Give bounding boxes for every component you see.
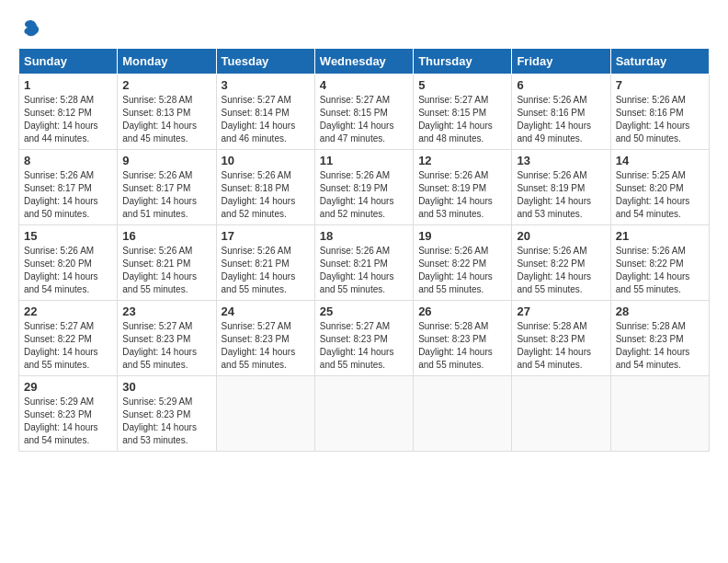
- calendar-day-cell: 3Sunrise: 5:27 AM Sunset: 8:14 PM Daylig…: [216, 75, 314, 150]
- day-info: Sunrise: 5:26 AM Sunset: 8:18 PM Dayligh…: [222, 169, 310, 221]
- calendar-day-cell: 19Sunrise: 5:26 AM Sunset: 8:22 PM Dayli…: [414, 225, 512, 301]
- calendar-week-row: 22Sunrise: 5:27 AM Sunset: 8:22 PM Dayli…: [19, 301, 710, 376]
- calendar-day-cell: 8Sunrise: 5:26 AM Sunset: 8:17 PM Daylig…: [19, 150, 118, 225]
- day-number: 7: [616, 78, 704, 92]
- calendar-day-cell: 9Sunrise: 5:26 AM Sunset: 8:17 PM Daylig…: [118, 150, 216, 225]
- day-info: Sunrise: 5:28 AM Sunset: 8:23 PM Dayligh…: [517, 320, 605, 372]
- logo-icon: [20, 18, 40, 39]
- day-number: 21: [616, 229, 704, 243]
- day-info: Sunrise: 5:27 AM Sunset: 8:15 PM Dayligh…: [320, 94, 408, 145]
- day-number: 20: [517, 229, 605, 243]
- day-number: 27: [517, 304, 605, 318]
- day-info: Sunrise: 5:26 AM Sunset: 8:16 PM Dayligh…: [616, 94, 704, 145]
- calendar-day-cell: 21Sunrise: 5:26 AM Sunset: 8:22 PM Dayli…: [610, 225, 709, 301]
- day-number: 6: [517, 78, 605, 92]
- day-number: 28: [616, 304, 704, 318]
- calendar-day-cell: 12Sunrise: 5:26 AM Sunset: 8:19 PM Dayli…: [414, 150, 512, 225]
- calendar-day-cell: 20Sunrise: 5:26 AM Sunset: 8:22 PM Dayli…: [512, 225, 610, 301]
- day-info: Sunrise: 5:25 AM Sunset: 8:20 PM Dayligh…: [616, 169, 704, 221]
- day-number: 26: [418, 304, 506, 318]
- calendar-day-cell: 28Sunrise: 5:28 AM Sunset: 8:23 PM Dayli…: [610, 301, 709, 376]
- calendar-day-cell: 16Sunrise: 5:26 AM Sunset: 8:21 PM Dayli…: [118, 225, 216, 301]
- day-number: 19: [418, 229, 506, 243]
- calendar-day-cell: 18Sunrise: 5:26 AM Sunset: 8:21 PM Dayli…: [314, 225, 413, 301]
- calendar-day-cell: [314, 376, 413, 452]
- day-number: 16: [122, 229, 210, 243]
- calendar-day-cell: 7Sunrise: 5:26 AM Sunset: 8:16 PM Daylig…: [610, 75, 709, 150]
- calendar-header-row: SundayMondayTuesdayWednesdayThursdayFrid…: [19, 49, 710, 75]
- calendar-header-wednesday: Wednesday: [314, 49, 413, 75]
- calendar-header-sunday: Sunday: [19, 49, 118, 75]
- calendar-week-row: 1Sunrise: 5:28 AM Sunset: 8:12 PM Daylig…: [19, 75, 710, 150]
- day-number: 8: [24, 154, 112, 167]
- calendar-day-cell: 22Sunrise: 5:27 AM Sunset: 8:22 PM Dayli…: [19, 301, 118, 376]
- day-info: Sunrise: 5:26 AM Sunset: 8:19 PM Dayligh…: [320, 169, 408, 221]
- calendar-day-cell: [610, 376, 709, 452]
- day-number: 30: [122, 380, 210, 394]
- day-info: Sunrise: 5:26 AM Sunset: 8:19 PM Dayligh…: [517, 169, 605, 221]
- day-info: Sunrise: 5:28 AM Sunset: 8:23 PM Dayligh…: [418, 320, 506, 372]
- day-info: Sunrise: 5:26 AM Sunset: 8:22 PM Dayligh…: [517, 245, 605, 296]
- calendar-day-cell: 26Sunrise: 5:28 AM Sunset: 8:23 PM Dayli…: [414, 301, 512, 376]
- calendar-day-cell: [414, 376, 512, 452]
- calendar-day-cell: 6Sunrise: 5:26 AM Sunset: 8:16 PM Daylig…: [512, 75, 610, 150]
- day-number: 12: [418, 154, 506, 167]
- day-number: 25: [320, 304, 408, 318]
- day-info: Sunrise: 5:26 AM Sunset: 8:22 PM Dayligh…: [418, 245, 506, 296]
- day-number: 14: [616, 154, 704, 167]
- day-info: Sunrise: 5:26 AM Sunset: 8:20 PM Dayligh…: [24, 245, 112, 296]
- day-info: Sunrise: 5:26 AM Sunset: 8:17 PM Dayligh…: [24, 169, 112, 221]
- calendar-day-cell: 13Sunrise: 5:26 AM Sunset: 8:19 PM Dayli…: [512, 150, 610, 225]
- day-info: Sunrise: 5:27 AM Sunset: 8:22 PM Dayligh…: [24, 320, 112, 372]
- day-number: 9: [122, 154, 210, 167]
- calendar-day-cell: 30Sunrise: 5:29 AM Sunset: 8:23 PM Dayli…: [118, 376, 216, 452]
- calendar-table: SundayMondayTuesdayWednesdayThursdayFrid…: [18, 48, 710, 452]
- day-info: Sunrise: 5:26 AM Sunset: 8:17 PM Dayligh…: [122, 169, 210, 221]
- day-info: Sunrise: 5:28 AM Sunset: 8:13 PM Dayligh…: [122, 94, 210, 145]
- calendar-day-cell: 5Sunrise: 5:27 AM Sunset: 8:15 PM Daylig…: [414, 75, 512, 150]
- calendar-week-row: 29Sunrise: 5:29 AM Sunset: 8:23 PM Dayli…: [19, 376, 710, 452]
- day-number: 22: [24, 304, 112, 318]
- day-number: 15: [24, 229, 112, 243]
- calendar-day-cell: 23Sunrise: 5:27 AM Sunset: 8:23 PM Dayli…: [118, 301, 216, 376]
- calendar-day-cell: 14Sunrise: 5:25 AM Sunset: 8:20 PM Dayli…: [610, 150, 709, 225]
- day-info: Sunrise: 5:26 AM Sunset: 8:21 PM Dayligh…: [320, 245, 408, 296]
- calendar-day-cell: 29Sunrise: 5:29 AM Sunset: 8:23 PM Dayli…: [19, 376, 118, 452]
- header: [18, 18, 710, 39]
- day-info: Sunrise: 5:26 AM Sunset: 8:21 PM Dayligh…: [222, 245, 310, 296]
- day-info: Sunrise: 5:28 AM Sunset: 8:23 PM Dayligh…: [616, 320, 704, 372]
- day-number: 24: [222, 304, 310, 318]
- day-number: 10: [222, 154, 310, 167]
- calendar-header-saturday: Saturday: [610, 49, 709, 75]
- day-number: 23: [122, 304, 210, 318]
- day-info: Sunrise: 5:27 AM Sunset: 8:23 PM Dayligh…: [122, 320, 210, 372]
- calendar-day-cell: 2Sunrise: 5:28 AM Sunset: 8:13 PM Daylig…: [118, 75, 216, 150]
- calendar-day-cell: 10Sunrise: 5:26 AM Sunset: 8:18 PM Dayli…: [216, 150, 314, 225]
- calendar-day-cell: 4Sunrise: 5:27 AM Sunset: 8:15 PM Daylig…: [314, 75, 413, 150]
- day-info: Sunrise: 5:29 AM Sunset: 8:23 PM Dayligh…: [24, 396, 112, 447]
- calendar-day-cell: 1Sunrise: 5:28 AM Sunset: 8:12 PM Daylig…: [19, 75, 118, 150]
- day-info: Sunrise: 5:27 AM Sunset: 8:14 PM Dayligh…: [222, 94, 310, 145]
- day-number: 5: [418, 78, 506, 92]
- calendar-header-friday: Friday: [512, 49, 610, 75]
- day-info: Sunrise: 5:27 AM Sunset: 8:23 PM Dayligh…: [222, 320, 310, 372]
- calendar-day-cell: 24Sunrise: 5:27 AM Sunset: 8:23 PM Dayli…: [216, 301, 314, 376]
- day-number: 1: [24, 78, 112, 92]
- day-info: Sunrise: 5:27 AM Sunset: 8:15 PM Dayligh…: [418, 94, 506, 145]
- day-number: 13: [517, 154, 605, 167]
- day-number: 11: [320, 154, 408, 167]
- calendar-body: 1Sunrise: 5:28 AM Sunset: 8:12 PM Daylig…: [19, 75, 710, 452]
- day-number: 18: [320, 229, 408, 243]
- calendar-header-tuesday: Tuesday: [216, 49, 314, 75]
- calendar-day-cell: 25Sunrise: 5:27 AM Sunset: 8:23 PM Dayli…: [314, 301, 413, 376]
- calendar-header-monday: Monday: [118, 49, 216, 75]
- day-info: Sunrise: 5:26 AM Sunset: 8:22 PM Dayligh…: [616, 245, 704, 296]
- calendar-day-cell: 11Sunrise: 5:26 AM Sunset: 8:19 PM Dayli…: [314, 150, 413, 225]
- logo: [18, 18, 40, 39]
- day-number: 3: [222, 78, 310, 92]
- day-number: 4: [320, 78, 408, 92]
- calendar-week-row: 8Sunrise: 5:26 AM Sunset: 8:17 PM Daylig…: [19, 150, 710, 225]
- day-number: 17: [222, 229, 310, 243]
- calendar-day-cell: [216, 376, 314, 452]
- day-info: Sunrise: 5:28 AM Sunset: 8:12 PM Dayligh…: [24, 94, 112, 145]
